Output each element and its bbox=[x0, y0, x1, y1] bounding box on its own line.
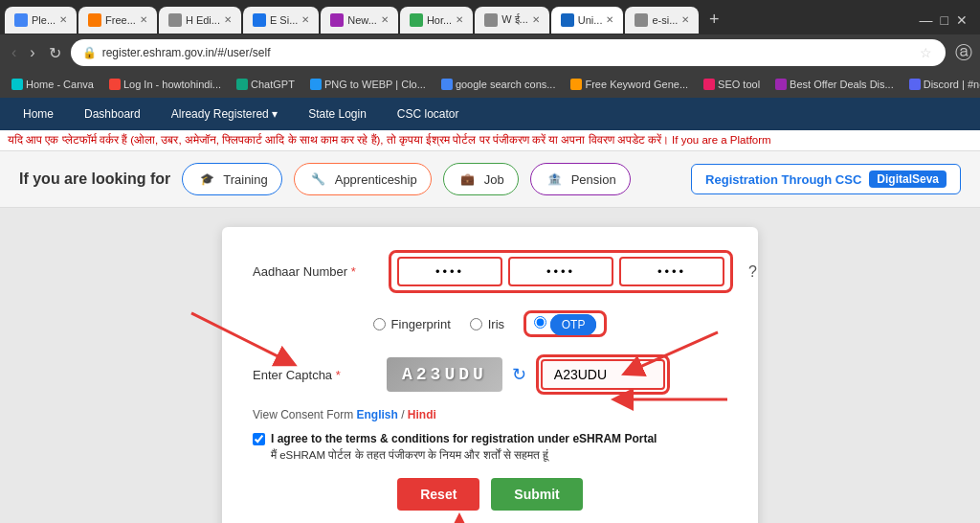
tag-job-label: Job bbox=[484, 172, 504, 187]
site-nav: Home Dashboard Already Registered ▾ Stat… bbox=[0, 98, 980, 130]
otp-option[interactable]: OTP bbox=[523, 310, 607, 337]
bookmark-seo[interactable]: SEO tool bbox=[700, 77, 764, 92]
tab-label-4: E Si... bbox=[270, 14, 298, 26]
fingerprint-label: Fingerprint bbox=[391, 317, 451, 331]
consent-hindi-link[interactable]: Hindi bbox=[408, 408, 436, 421]
aadhaar-field-1[interactable] bbox=[397, 257, 502, 286]
bookmark-star-icon[interactable]: ☆ bbox=[918, 43, 934, 62]
aadhaar-field-2[interactable] bbox=[508, 257, 613, 286]
iris-radio[interactable] bbox=[470, 318, 482, 330]
iris-label: Iris bbox=[488, 317, 504, 331]
bookmark-chatgpt[interactable]: ChatGPT bbox=[233, 77, 299, 92]
maximize-btn[interactable]: □ bbox=[941, 12, 948, 28]
tag-apprenticeship[interactable]: 🔧 Apprenticeship bbox=[294, 163, 432, 195]
consent-checkbox-label[interactable]: I agree to the terms & conditions for re… bbox=[253, 431, 727, 463]
bookmark-discord[interactable]: Discord | #newbie-... bbox=[905, 77, 980, 92]
tab-close-6[interactable]: ✕ bbox=[456, 14, 463, 25]
window-controls: — □ ✕ bbox=[920, 12, 975, 28]
address-bar-row: ‹ › ↻ 🔒 register.eshram.gov.in/#/user/se… bbox=[0, 34, 980, 71]
new-tab-button[interactable]: + bbox=[701, 7, 727, 34]
reload-btn[interactable]: ↻ bbox=[45, 42, 65, 64]
back-btn[interactable]: ‹ bbox=[8, 42, 20, 63]
digital-seva-label: DigitalSeva bbox=[869, 171, 947, 188]
nav-home[interactable]: Home bbox=[8, 100, 69, 128]
fingerprint-radio[interactable] bbox=[373, 318, 386, 330]
aadhaar-row: Aadhaar Number * ? bbox=[253, 250, 727, 293]
tab-close-5[interactable]: ✕ bbox=[381, 14, 389, 25]
fingerprint-option[interactable]: Fingerprint bbox=[373, 317, 451, 331]
captcha-refresh-icon[interactable]: ↻ bbox=[512, 364, 526, 385]
address-actions: ☆ bbox=[918, 43, 934, 62]
tab-label-3: H Edi... bbox=[186, 14, 220, 26]
profile-icon[interactable]: ⓐ bbox=[955, 41, 972, 64]
otp-radio[interactable] bbox=[534, 316, 546, 329]
consent-slash: / bbox=[401, 408, 408, 421]
captcha-input[interactable] bbox=[541, 359, 665, 390]
tab-6[interactable]: Hor... ✕ bbox=[400, 7, 473, 34]
tab-1[interactable]: Ple... ✕ bbox=[5, 7, 77, 34]
bookmark-icon-bestoffers bbox=[775, 79, 787, 90]
tab-close-2[interactable]: ✕ bbox=[140, 14, 147, 25]
bookmark-png2webp[interactable]: PNG to WEBP | Clo... bbox=[306, 77, 430, 92]
submit-button[interactable]: Submit bbox=[491, 478, 582, 511]
bookmark-label-chatgpt: ChatGPT bbox=[251, 79, 295, 90]
aadhaar-help-icon[interactable]: ? bbox=[748, 263, 757, 281]
captcha-required: * bbox=[336, 368, 341, 382]
tab-2[interactable]: Free... ✕ bbox=[78, 7, 157, 34]
reg-btn-label: Registration Through CSC bbox=[705, 172, 861, 187]
tab-3[interactable]: H Edi... ✕ bbox=[159, 7, 241, 34]
tab-label-12: Uni... bbox=[578, 14, 603, 26]
tag-training-label: Training bbox=[223, 172, 267, 187]
bookmark-icon-keyword bbox=[570, 79, 582, 90]
consent-text-english: I agree to the terms & conditions for re… bbox=[271, 431, 657, 447]
aadhaar-box-wrapper bbox=[389, 250, 733, 293]
tab-7[interactable]: W ई... ✕ bbox=[475, 7, 549, 34]
bookmark-keyword[interactable]: Free Keyword Gene... bbox=[567, 77, 692, 92]
reset-button[interactable]: Reset bbox=[397, 478, 479, 511]
lock-icon: 🔒 bbox=[82, 46, 97, 59]
bookmark-canva[interactable]: Home - Canva bbox=[8, 77, 98, 92]
tab-close-13[interactable]: ✕ bbox=[681, 14, 689, 25]
consent-checkbox-row: I agree to the terms & conditions for re… bbox=[253, 431, 727, 463]
tag-pension[interactable]: 🏦 Pension bbox=[530, 163, 631, 195]
job-icon: 💼 bbox=[457, 169, 479, 190]
tab-close-3[interactable]: ✕ bbox=[224, 14, 232, 25]
bookmark-howtohindi[interactable]: Log In - howtohindi... bbox=[105, 77, 225, 92]
tab-label-2: Free... bbox=[105, 14, 136, 26]
captcha-input-box bbox=[536, 354, 670, 395]
tab-close-7[interactable]: ✕ bbox=[532, 14, 540, 25]
nav-csc-locator[interactable]: CSC locator bbox=[382, 100, 475, 128]
aadhaar-field-3[interactable] bbox=[619, 257, 724, 286]
nav-dashboard[interactable]: Dashboard bbox=[69, 100, 156, 128]
marquee-text: यदि आप एक प्लेटफॉर्म वर्कर हैं (ओला, उबर… bbox=[8, 134, 771, 146]
tab-close-1[interactable]: ✕ bbox=[59, 14, 67, 25]
forward-btn[interactable]: › bbox=[26, 42, 38, 63]
consent-text-hindi: मैं eSHRAM पोर्टल के तहत पंजीकरण के नियम… bbox=[271, 447, 657, 463]
tab-close-4[interactable]: ✕ bbox=[301, 14, 309, 25]
tag-job[interactable]: 💼 Job bbox=[443, 163, 519, 195]
tab-close-12[interactable]: ✕ bbox=[606, 14, 613, 25]
looking-for-label: If you are looking for bbox=[19, 171, 170, 188]
consent-checkbox[interactable] bbox=[253, 433, 265, 445]
tab-13[interactable]: e-si... ✕ bbox=[625, 7, 699, 34]
address-bar[interactable]: 🔒 register.eshram.gov.in/#/user/self ☆ bbox=[71, 39, 946, 66]
tab-favicon-6 bbox=[410, 13, 423, 27]
registration-csc-btn[interactable]: Registration Through CSC DigitalSeva bbox=[691, 164, 961, 194]
bookmark-label-seo: SEO tool bbox=[718, 79, 760, 90]
tab-12[interactable]: Uni... ✕ bbox=[551, 7, 624, 34]
tab-4[interactable]: E Si... ✕ bbox=[243, 7, 319, 34]
bookmark-label-png2webp: PNG to WEBP | Clo... bbox=[324, 79, 426, 90]
bookmark-bestoffers[interactable]: Best Offer Deals Dis... bbox=[771, 77, 898, 92]
tab-favicon-2 bbox=[88, 13, 101, 27]
bookmark-label-keyword: Free Keyword Gene... bbox=[585, 79, 688, 90]
bookmark-label-bestoffers: Best Offer Deals Dis... bbox=[790, 79, 894, 90]
tab-5[interactable]: New... ✕ bbox=[321, 7, 398, 34]
tag-training[interactable]: 🎓 Training bbox=[182, 163, 281, 195]
bookmark-google[interactable]: google search cons... bbox=[437, 77, 560, 92]
nav-already-registered[interactable]: Already Registered ▾ bbox=[156, 100, 293, 128]
close-btn[interactable]: ✕ bbox=[956, 12, 968, 28]
minimize-btn[interactable]: — bbox=[920, 12, 933, 28]
nav-state-login[interactable]: State Login bbox=[293, 100, 382, 128]
iris-option[interactable]: Iris bbox=[470, 317, 504, 331]
consent-english-link[interactable]: English bbox=[357, 408, 398, 421]
